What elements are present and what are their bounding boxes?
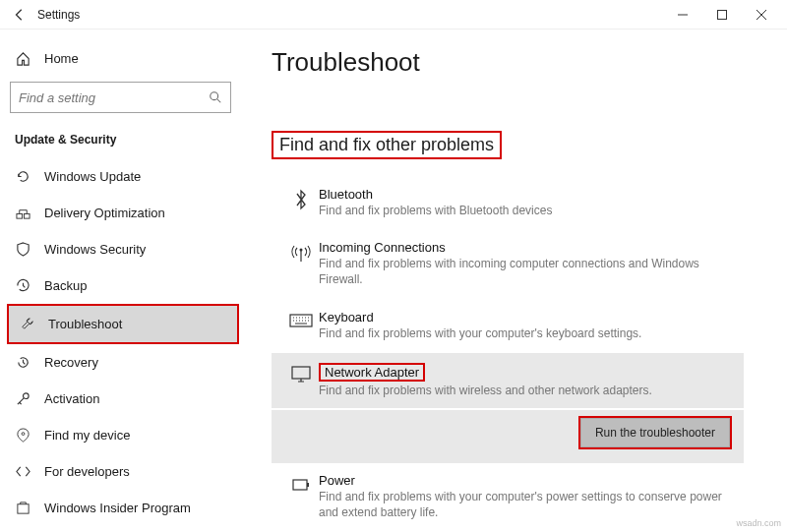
item-title: Bluetooth	[319, 187, 732, 202]
sidebar-item-label: Activation	[44, 391, 99, 406]
svg-rect-11	[307, 483, 309, 487]
troubleshoot-item-incoming-connections[interactable]: Incoming Connections Find and fix proble…	[272, 230, 744, 297]
sidebar-item-windows-security[interactable]: Windows Security	[5, 231, 241, 267]
sync-icon	[15, 169, 30, 184]
monitor-icon	[283, 363, 319, 398]
search-field[interactable]	[19, 90, 209, 105]
run-troubleshooter-button[interactable]: Run the troubleshooter	[580, 418, 730, 447]
minimize-icon	[678, 10, 688, 20]
close-button[interactable]	[742, 0, 781, 30]
section-label: Update & Security	[5, 129, 241, 158]
close-icon	[757, 10, 766, 20]
page-title: Troubleshoot	[272, 47, 777, 78]
troubleshoot-item-network-adapter[interactable]: Network Adapter Find and fix problems wi…	[272, 353, 744, 408]
svg-point-1	[211, 92, 218, 100]
sidebar-item-for-developers[interactable]: For developers	[5, 453, 241, 490]
sidebar-item-label: Windows Security	[44, 242, 146, 257]
item-desc: Find and fix problems with your computer…	[319, 489, 732, 520]
maximize-icon	[717, 10, 727, 20]
search-input[interactable]	[10, 82, 231, 113]
sidebar-item-windows-insider[interactable]: Windows Insider Program	[5, 490, 241, 526]
svg-rect-2	[16, 213, 22, 218]
insider-icon	[15, 501, 30, 515]
watermark: wsadn.com	[736, 518, 781, 528]
troubleshoot-item-bluetooth[interactable]: Bluetooth Find and fix problems with Blu…	[272, 177, 744, 228]
wrench-icon	[19, 317, 34, 331]
window-controls	[663, 0, 781, 30]
location-icon	[15, 428, 30, 443]
delivery-icon	[15, 206, 30, 220]
sidebar-item-windows-update[interactable]: Windows Update	[5, 158, 241, 195]
item-desc: Find and fix problems with Bluetooth dev…	[319, 203, 732, 218]
svg-point-7	[300, 249, 303, 252]
keyboard-icon	[283, 310, 319, 341]
main-content: Troubleshoot Find and fix other problems…	[246, 30, 787, 532]
item-desc: Find and fix problems with your computer…	[319, 325, 732, 341]
sidebar-item-label: For developers	[44, 464, 130, 479]
sidebar-item-backup[interactable]: Backup	[5, 267, 241, 304]
recovery-icon	[15, 355, 30, 370]
sidebar-item-label: Delivery Optimization	[44, 206, 165, 220]
sidebar-item-label: Windows Update	[44, 169, 141, 184]
item-desc: Find and fix problems with incoming comp…	[319, 256, 732, 287]
sidebar-item-recovery[interactable]: Recovery	[5, 344, 241, 381]
bluetooth-icon	[283, 187, 319, 218]
run-row: Run the troubleshooter	[272, 410, 744, 463]
antenna-icon	[283, 240, 319, 287]
svg-point-5	[22, 433, 25, 436]
maximize-button[interactable]	[702, 0, 742, 30]
sidebar-item-label: Windows Insider Program	[44, 501, 191, 515]
svg-rect-0	[718, 10, 727, 19]
minimize-button[interactable]	[663, 0, 702, 30]
window-title: Settings	[37, 8, 80, 22]
sidebar: Home Update & Security Windows Update	[0, 30, 246, 532]
sidebar-item-delivery-optimization[interactable]: Delivery Optimization	[5, 195, 241, 231]
home-icon	[15, 51, 30, 66]
sidebar-item-label: Find my device	[44, 428, 130, 443]
sidebar-item-activation[interactable]: Activation	[5, 381, 241, 417]
sidebar-item-troubleshoot[interactable]: Troubleshoot	[9, 306, 237, 342]
item-title: Incoming Connections	[319, 240, 732, 255]
troubleshoot-item-keyboard[interactable]: Keyboard Find and fix problems with your…	[272, 300, 744, 351]
shield-icon	[15, 242, 30, 257]
section-heading: Find and fix other problems	[272, 131, 502, 159]
svg-rect-9	[292, 367, 310, 379]
svg-rect-6	[17, 504, 28, 513]
backup-icon	[15, 278, 30, 293]
faded-text	[272, 84, 777, 97]
sidebar-item-find-my-device[interactable]: Find my device	[5, 417, 241, 453]
arrow-left-icon	[13, 8, 27, 22]
item-title: Network Adapter	[319, 363, 425, 382]
svg-rect-10	[293, 480, 307, 490]
item-title: Keyboard	[319, 310, 732, 325]
home-label: Home	[44, 51, 79, 66]
troubleshoot-item-power[interactable]: Power Find and fix problems with your co…	[272, 463, 744, 530]
item-desc: Find and fix problems with wireless and …	[319, 383, 732, 398]
svg-rect-3	[24, 213, 30, 218]
titlebar: Settings	[0, 0, 787, 30]
sidebar-item-label: Troubleshoot	[48, 317, 122, 331]
search-icon	[209, 90, 222, 104]
power-icon	[283, 473, 319, 520]
back-button[interactable]	[6, 1, 33, 29]
sidebar-item-label: Backup	[44, 278, 87, 293]
code-icon	[15, 464, 30, 479]
home-button[interactable]: Home	[5, 43, 241, 74]
item-title: Power	[319, 473, 732, 488]
key-icon	[15, 391, 30, 406]
sidebar-item-label: Recovery	[44, 355, 98, 370]
